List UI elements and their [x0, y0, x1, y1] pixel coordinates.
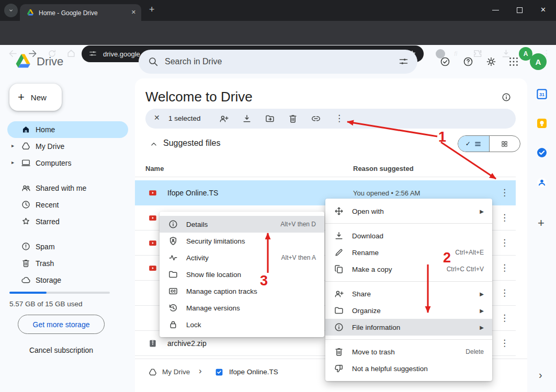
- row-more-kebab[interactable]: ⋮: [500, 213, 509, 223]
- column-header-name[interactable]: Name: [145, 165, 164, 172]
- file-information-submenu: Details Alt+V then D Security limitation…: [160, 212, 324, 337]
- row-more-kebab[interactable]: ⋮: [500, 288, 509, 298]
- trash-icon[interactable]: [288, 113, 298, 124]
- menu-item-not-helpful[interactable]: Not a helpful suggestion: [325, 360, 492, 377]
- sidebar-item-trash[interactable]: Trash: [7, 255, 128, 272]
- window-maximize-button[interactable]: [517, 7, 523, 13]
- file-reason: You opened • 2:56 AM: [353, 189, 420, 197]
- grid-view-button[interactable]: [489, 136, 520, 152]
- menu-item-label: File information: [352, 324, 400, 331]
- clear-selection-icon[interactable]: ✕: [154, 113, 160, 122]
- window-minimize-button[interactable]: [492, 10, 499, 10]
- extension-fi-badge[interactable]: fi: [454, 50, 458, 57]
- window-close-button[interactable]: ✕: [540, 6, 546, 14]
- menu-item-share[interactable]: Share ▶: [325, 285, 492, 302]
- row-more-kebab[interactable]: ⋮: [500, 338, 509, 349]
- search-options-tune-icon[interactable]: [398, 56, 409, 67]
- sidebar-item-shared-with-me[interactable]: Shared with me: [7, 180, 128, 197]
- calendar-icon[interactable]: [536, 88, 548, 100]
- menu-item-label: Rename: [352, 249, 379, 257]
- sidebar-item-recent[interactable]: Recent: [7, 197, 128, 213]
- breadcrumb-current[interactable]: Ifope Online.TS: [229, 368, 278, 376]
- menu-item-rename[interactable]: Rename Ctrl+Alt+E: [325, 244, 492, 261]
- trash-icon: [21, 258, 31, 268]
- row-more-kebab[interactable]: ⋮: [500, 313, 509, 324]
- get-more-storage-button[interactable]: Get more storage: [18, 315, 105, 334]
- submenu-item-manage-caption-tracks[interactable]: Manage caption tracks: [160, 283, 324, 299]
- row-more-kebab[interactable]: ⋮: [500, 238, 509, 248]
- computer-icon: [21, 158, 31, 168]
- video-file-icon: [148, 188, 157, 198]
- sidebar-item-label: Spam: [36, 243, 55, 251]
- help-icon[interactable]: [462, 56, 474, 67]
- browser-tab[interactable]: Home - Google Drive ✕: [20, 4, 141, 21]
- menu-item-open-with[interactable]: Open with ▶: [325, 203, 492, 220]
- extensions-puzzle-icon[interactable]: [472, 49, 483, 59]
- expand-caret-icon[interactable]: ▸: [12, 143, 14, 148]
- sidebar-item-home[interactable]: Home: [7, 121, 128, 138]
- side-panel-expand-chevron[interactable]: ›: [539, 369, 542, 381]
- side-panel-add-icon[interactable]: +: [538, 216, 544, 230]
- sidebar-item-label: Trash: [36, 259, 54, 268]
- download-icon[interactable]: [242, 113, 252, 124]
- cancel-subscription-link[interactable]: Cancel subscription: [0, 346, 122, 354]
- row-more-kebab[interactable]: ⋮: [500, 263, 509, 273]
- submenu-item-lock[interactable]: Lock: [160, 316, 324, 333]
- new-button[interactable]: + New: [9, 84, 62, 111]
- folder-icon: [334, 305, 344, 316]
- drive-profile-avatar[interactable]: A: [530, 53, 547, 70]
- submenu-arrow-icon: ▶: [480, 209, 484, 214]
- submenu-item-security-limitations[interactable]: Security limitations: [160, 233, 324, 249]
- page-info-icon[interactable]: [501, 92, 512, 102]
- sidebar-item-starred[interactable]: Starred: [7, 213, 128, 230]
- google-apps-grid-icon[interactable]: [508, 56, 519, 67]
- submenu-item-activity[interactable]: Activity Alt+V then A: [160, 249, 324, 266]
- menu-item-download[interactable]: Download: [325, 227, 492, 244]
- move-to-folder-icon[interactable]: [265, 113, 275, 124]
- menu-item-make-a-copy[interactable]: Make a copy Ctrl+C Ctrl+V: [325, 261, 492, 278]
- new-tab-button[interactable]: +: [149, 4, 155, 15]
- new-button-label: New: [31, 93, 47, 102]
- menu-item-organize[interactable]: Organize ▶: [325, 302, 492, 319]
- tab-favicon-drive-icon: [26, 8, 35, 17]
- search-icon[interactable]: [147, 56, 158, 67]
- sidebar-item-my-drive[interactable]: ▸ My Drive: [7, 138, 128, 155]
- tab-close-icon[interactable]: ✕: [131, 9, 136, 16]
- copy-link-icon[interactable]: [311, 113, 321, 124]
- menu-item-file-information[interactable]: File information ▶: [325, 319, 492, 336]
- breadcrumb-root[interactable]: My Drive: [162, 368, 190, 376]
- tab-title: Home - Google Drive: [39, 9, 98, 17]
- offline-status-icon[interactable]: [439, 56, 451, 67]
- menu-item-label: Activity: [186, 254, 209, 262]
- menu-item-label: Manage versions: [186, 304, 240, 312]
- submenu-item-details[interactable]: Details Alt+V then D: [160, 216, 324, 233]
- expand-caret-icon[interactable]: ▸: [12, 159, 14, 165]
- drive-logo: [14, 52, 32, 71]
- keep-icon[interactable]: [536, 117, 548, 130]
- submenu-arrow-icon: ▶: [480, 291, 484, 297]
- submenu-item-show-file-location[interactable]: Show file location: [160, 266, 324, 283]
- info-icon: [334, 322, 344, 332]
- share-person-add-icon[interactable]: [219, 113, 229, 124]
- menu-item-move-to-trash[interactable]: Move to trash Delete: [325, 343, 492, 360]
- browser-home-button[interactable]: [66, 48, 76, 59]
- row-more-kebab[interactable]: ⋮: [500, 188, 509, 198]
- sidebar-item-spam[interactable]: Spam: [7, 238, 128, 255]
- toolbar-more-kebab[interactable]: ⋮: [335, 113, 344, 124]
- column-header-reason[interactable]: Reason suggested: [353, 165, 414, 172]
- submenu-item-manage-versions[interactable]: Manage versions: [160, 299, 324, 316]
- tab-search-button[interactable]: [4, 4, 18, 17]
- search-input[interactable]: [165, 55, 374, 68]
- sidebar-item-storage[interactable]: Storage: [7, 272, 128, 289]
- site-info-icon[interactable]: [88, 49, 97, 58]
- sidebar-item-computers[interactable]: ▸ Computers: [7, 155, 128, 171]
- search-bar[interactable]: [139, 50, 417, 74]
- sidebar-item-label: Home: [36, 125, 55, 134]
- tasks-icon[interactable]: [536, 146, 548, 159]
- lock-icon: [168, 319, 178, 330]
- collapse-section-chevron[interactable]: [149, 140, 158, 149]
- contacts-icon[interactable]: [536, 176, 548, 189]
- list-view-button[interactable]: ✓: [458, 136, 489, 152]
- settings-gear-icon[interactable]: [485, 56, 497, 67]
- selection-toolbar: ✕ 1 selected ⋮: [145, 109, 516, 129]
